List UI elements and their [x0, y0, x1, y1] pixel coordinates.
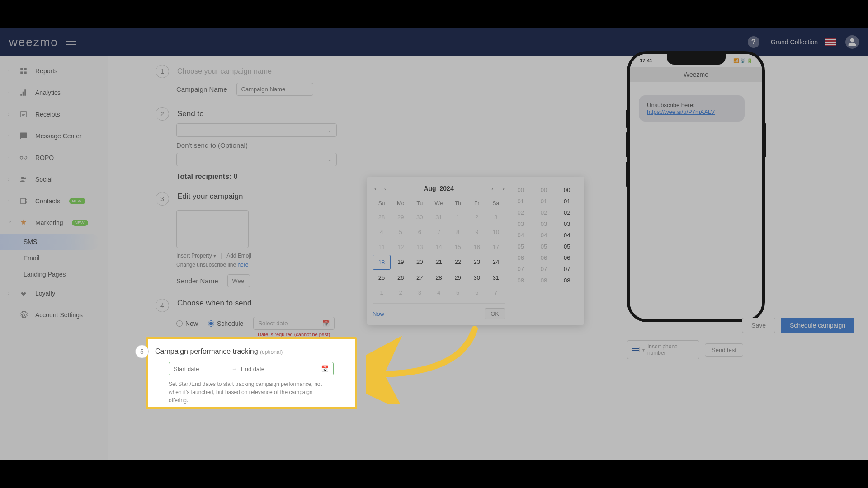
dp-time-item[interactable]: 08 [532, 275, 555, 286]
perf-date-range[interactable]: → 📅 [169, 362, 334, 375]
sidebar-item-message-center[interactable]: ›Message Center [0, 125, 108, 147]
dp-day[interactable]: 30 [468, 271, 486, 285]
add-emoji-link[interactable]: Add Emoji [226, 253, 251, 259]
dp-day[interactable]: 26 [392, 271, 410, 285]
step-5-badge: 5 [135, 345, 149, 358]
dp-day[interactable]: 28 [429, 271, 448, 285]
dp-day[interactable]: 31 [487, 271, 505, 285]
dp-dow: Sa [487, 197, 505, 209]
dp-time-item[interactable]: 04 [532, 230, 555, 241]
gear-icon [19, 310, 28, 319]
sms-preview-bubble: Unsubscribe here: https://wee.ai/u/P7mAA… [639, 95, 745, 122]
sidebar-item-marketing[interactable]: ›MarketingNEW! [0, 212, 108, 234]
dp-day[interactable]: 23 [468, 255, 486, 270]
sender-name-input[interactable] [227, 274, 250, 287]
dp-time-item[interactable]: 06 [532, 252, 555, 263]
account-name[interactable]: Grand Collection [771, 38, 818, 46]
dp-time-item[interactable]: 05 [509, 241, 532, 252]
dp-day[interactable]: 19 [392, 255, 410, 270]
insert-property-link[interactable]: Insert Property ▾ [176, 253, 216, 259]
dp-time-item[interactable]: 02 [509, 207, 532, 218]
dp-next-year[interactable]: ›› [503, 186, 503, 191]
dp-time-item[interactable]: 05 [556, 241, 579, 252]
sidebar-item-contacts[interactable]: ›ContactsNEW! [0, 190, 108, 212]
dp-time-item[interactable]: 02 [556, 207, 579, 218]
test-phone-input[interactable]: ▾Insert phone number [627, 340, 699, 359]
sidebar-sub-email[interactable]: Email [0, 250, 108, 266]
radio-schedule[interactable]: Schedule [208, 320, 243, 327]
dp-prev-year[interactable]: ‹‹ [374, 186, 375, 191]
send-test-button[interactable]: Send test [705, 343, 743, 357]
dp-day[interactable]: 29 [449, 271, 467, 285]
dp-time-item[interactable]: 00 [509, 184, 532, 196]
dp-day[interactable]: 22 [449, 255, 467, 270]
dp-time-item[interactable]: 00 [532, 184, 555, 196]
dp-time-item[interactable]: 00 [556, 184, 579, 196]
dont-send-select[interactable]: ⌄ [176, 153, 337, 166]
reports-icon [19, 66, 28, 75]
start-date-input[interactable] [174, 366, 228, 372]
dp-time-item[interactable]: 03 [556, 218, 579, 230]
dp-time-item[interactable]: 02 [532, 207, 555, 218]
dp-time-item[interactable]: 01 [509, 196, 532, 207]
phone-header: Weezmo [630, 67, 762, 82]
dp-month[interactable]: Aug [424, 185, 436, 192]
dp-ok-button[interactable]: OK [485, 308, 505, 319]
sidebar-item-ropo[interactable]: ›ROPO [0, 147, 108, 169]
dp-day[interactable]: 27 [410, 271, 429, 285]
dp-day[interactable]: 24 [487, 255, 505, 270]
dp-time-item[interactable]: 01 [532, 196, 555, 207]
end-date-input[interactable] [241, 366, 295, 372]
locale-flag-icon[interactable] [825, 38, 836, 46]
dp-time-item[interactable]: 03 [509, 218, 532, 230]
avatar-icon[interactable] [845, 35, 859, 49]
dp-time-item[interactable]: 05 [532, 241, 555, 252]
dp-time-item[interactable]: 04 [556, 230, 579, 241]
dp-time-col[interactable]: 000102030405060708 [556, 182, 579, 300]
sidebar-item-reports[interactable]: ›Reports [0, 60, 108, 82]
sidebar-item-loyalty[interactable]: ›Loyalty [0, 282, 108, 304]
unsub-here-link[interactable]: here [237, 262, 248, 268]
dp-time-item[interactable]: 07 [509, 263, 532, 275]
dp-day[interactable]: 18 [373, 255, 391, 270]
dp-time-item[interactable]: 08 [509, 275, 532, 286]
dp-prev-month[interactable]: ‹ [384, 186, 386, 191]
dp-day: 1 [449, 210, 467, 224]
schedule-campaign-button[interactable]: Schedule campaign [781, 318, 854, 333]
dp-time-item[interactable]: 04 [509, 230, 532, 241]
dp-next-month[interactable]: › [491, 186, 493, 191]
dp-time-col[interactable]: 000102030405060708 [509, 182, 532, 300]
dp-day[interactable]: 25 [373, 271, 391, 285]
sidebar-sub-landing[interactable]: Landing Pages [0, 266, 108, 282]
dp-time-item[interactable]: 08 [556, 275, 579, 286]
campaign-name-input[interactable] [236, 83, 313, 96]
dp-now-button[interactable]: Now [373, 310, 384, 317]
dp-time-panel[interactable]: 0001020304050607080001020304050607080001… [509, 182, 579, 319]
dp-time-item[interactable]: 01 [556, 196, 579, 207]
dp-day: 5 [449, 286, 467, 300]
sidebar-sub-sms[interactable]: SMS [0, 234, 99, 250]
sidebar-item-social[interactable]: ›Social [0, 169, 108, 190]
dp-time-item[interactable]: 07 [556, 263, 579, 275]
sidebar-item-settings[interactable]: ›Account Settings [0, 304, 108, 326]
help-icon[interactable]: ? [748, 36, 760, 48]
dp-day[interactable]: 20 [410, 255, 429, 270]
step-4-badge: 4 [156, 299, 169, 312]
dp-time-item[interactable]: 06 [509, 252, 532, 263]
dp-year[interactable]: 2024 [440, 185, 454, 192]
sidebar-item-analytics[interactable]: ›Analytics [0, 82, 108, 103]
dp-time-item[interactable]: 07 [532, 263, 555, 275]
save-button[interactable]: Save [742, 318, 775, 333]
send-to-select[interactable]: ⌄ [176, 123, 337, 137]
sidebar-item-receipts[interactable]: ›Receipts [0, 103, 108, 125]
menu-toggle[interactable] [66, 38, 76, 47]
sender-name-label: Sender Name [176, 277, 218, 285]
schedule-date-input[interactable]: Select date📅 [253, 317, 335, 330]
campaign-body-input[interactable] [176, 210, 249, 248]
dp-time-item[interactable]: 03 [532, 218, 555, 230]
letterbox-bottom [0, 460, 868, 488]
dp-day[interactable]: 21 [429, 255, 448, 270]
dp-time-item[interactable]: 06 [556, 252, 579, 263]
radio-now[interactable]: Now [176, 320, 198, 327]
dp-time-col[interactable]: 000102030405060708 [532, 182, 555, 300]
